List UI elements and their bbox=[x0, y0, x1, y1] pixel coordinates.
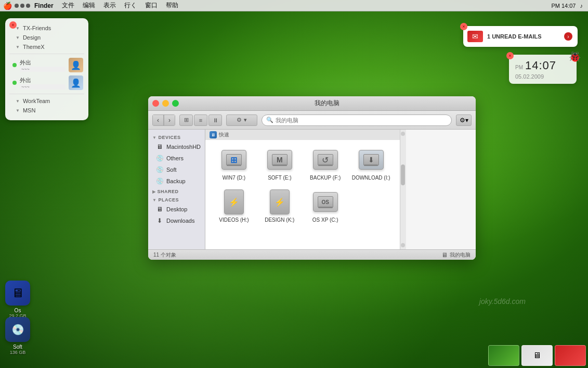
downloads-icon bbox=[155, 217, 164, 225]
email-unread-text: 1 UNREAD E-MAILS bbox=[487, 33, 560, 40]
scroll-up-arrow bbox=[401, 132, 405, 136]
dock-label-os: Os bbox=[15, 308, 21, 313]
taskbar-finder-icon: 🖥 bbox=[533, 351, 541, 360]
disk-icon bbox=[155, 154, 164, 162]
drive-win7-icon: ⊞ bbox=[221, 150, 246, 170]
desktop-icon bbox=[155, 205, 164, 213]
search-bar[interactable]: 🔍 bbox=[262, 115, 452, 126]
window-maximize-button[interactable] bbox=[172, 100, 179, 107]
contacts-group-txfriends[interactable]: ▼ TX-Friends bbox=[5, 23, 88, 33]
contacts-group-msn[interactable]: ▼ MSN bbox=[5, 106, 88, 115]
gear-button[interactable]: ⚙▾ bbox=[456, 115, 472, 126]
taskbar-thumb-2[interactable]: 🖥 bbox=[521, 345, 553, 366]
forward-button[interactable]: › bbox=[164, 115, 175, 126]
group-label: ThemeX bbox=[23, 44, 45, 50]
finder-toolbar: ‹ › ⊞ ≡ ⏸ ⚙ ▾ 🔍 ⚙▾ bbox=[148, 111, 476, 130]
file-icon-win7: ⊞ bbox=[220, 146, 247, 173]
dock-icon-soft[interactable]: 💿 Soft 136 GB bbox=[5, 317, 30, 355]
finder-scrollbar[interactable] bbox=[400, 130, 406, 249]
menubar: 🍎 Finder 文件 编辑 表示 行く 窗口 帮助 PM 14:07 ♪ bbox=[0, 0, 588, 11]
clock-time: 14:07 bbox=[525, 59, 556, 72]
user-name: 外出 bbox=[20, 59, 66, 67]
drive-backup-icon: ↺ bbox=[313, 150, 338, 170]
taskbar-thumb-1[interactable] bbox=[488, 345, 519, 366]
contact-user-2[interactable]: 外出 ~~~ 👤 bbox=[5, 74, 88, 92]
file-item-win7[interactable]: ⊞ WIN7 (D:) bbox=[213, 144, 255, 183]
drive-inner: ⊞ bbox=[226, 154, 242, 166]
contact-user-1[interactable]: 外出 ~~~ 👤 bbox=[5, 56, 88, 74]
back-button[interactable]: ‹ bbox=[152, 115, 164, 126]
contacts-group-design[interactable]: ▼ Design bbox=[5, 33, 88, 42]
group-label: WorkTeam bbox=[23, 98, 50, 104]
clock-time-row: PM 14:07 bbox=[515, 59, 570, 72]
email-widget: × ✉ 1 UNREAD E-MAILS › bbox=[463, 26, 578, 47]
scroll-thumb[interactable] bbox=[401, 164, 405, 185]
group-label: Design bbox=[23, 34, 41, 41]
file-item-videos[interactable]: ⚡ VIDEOS (H:) bbox=[213, 186, 255, 225]
apple-menu[interactable]: 🍎 bbox=[0, 0, 15, 11]
menu-file[interactable]: 文件 bbox=[58, 0, 79, 11]
chevron-icon: ▼ bbox=[16, 35, 20, 40]
devices-label: DEVICES bbox=[158, 135, 180, 140]
taskbar-thumb-3[interactable] bbox=[555, 345, 586, 366]
file-icon-soft: M bbox=[266, 146, 293, 173]
sidebar-item-desktop[interactable]: Desktop bbox=[148, 204, 205, 215]
clock-close-button[interactable]: × bbox=[506, 52, 514, 59]
path-icon: 🖥 快速 bbox=[210, 131, 229, 138]
sidebar-label-desktop: Desktop bbox=[166, 206, 187, 212]
finder-body: ▼ DEVICES MacintoshHD Others Soft bbox=[148, 130, 476, 249]
sidebar-item-others[interactable]: Others bbox=[148, 153, 205, 164]
email-arrow-button[interactable]: › bbox=[564, 32, 572, 41]
clock-ampm: PM bbox=[515, 65, 523, 70]
sidebar-item-backup[interactable]: Backup bbox=[148, 175, 205, 187]
dot2 bbox=[20, 4, 24, 8]
file-item-soft[interactable]: M SOFT (E:) bbox=[258, 144, 301, 183]
file-icon-osxp: OS bbox=[312, 188, 339, 215]
path-bar: 🖥 快速 bbox=[205, 130, 400, 140]
menu-go[interactable]: 行く bbox=[120, 0, 141, 11]
email-close-button[interactable]: × bbox=[460, 23, 467, 30]
menu-edit[interactable]: 编辑 bbox=[79, 0, 99, 11]
dock-label-soft: Soft bbox=[13, 344, 22, 350]
apple-icon: 🍎 bbox=[3, 2, 12, 10]
dock-icon-os[interactable]: 🖥 Os 29.2 GB bbox=[5, 281, 30, 319]
sidebar-item-macintoshhd[interactable]: MacintoshHD bbox=[148, 141, 205, 153]
window-close-button[interactable] bbox=[152, 100, 159, 107]
os-icon: 🖥 bbox=[5, 281, 30, 306]
user-status-text: ~~~ bbox=[20, 67, 66, 72]
menu-window[interactable]: 窗口 bbox=[141, 0, 162, 11]
path-folder-icon: 🖥 bbox=[210, 131, 217, 138]
sidebar-item-downloads[interactable]: Downloads bbox=[148, 215, 205, 226]
file-name-soft: SOFT (E:) bbox=[268, 175, 291, 181]
sidebar-item-soft[interactable]: Soft bbox=[148, 164, 205, 175]
divider bbox=[9, 94, 84, 94]
icon-view-button[interactable]: ⊞ bbox=[179, 115, 193, 126]
file-name-backup: BACKUP (F:) bbox=[310, 175, 341, 181]
contacts-group-themex[interactable]: ▼ ThemeX bbox=[5, 42, 88, 52]
file-item-backup[interactable]: ↺ BACKUP (F:) bbox=[304, 144, 347, 183]
menubar-right: PM 14:07 ♪ bbox=[551, 3, 588, 9]
action-dropdown[interactable]: ⚙ ▾ bbox=[226, 115, 257, 126]
search-input[interactable] bbox=[276, 117, 447, 123]
finder-statusbar: 11 个对象 🖥 我的电脑 bbox=[148, 249, 476, 260]
sidebar-shared-header: ▶ SHARED bbox=[148, 187, 205, 195]
file-item-download[interactable]: ⬇ DOWNLOAD (I:) bbox=[350, 144, 393, 183]
contacts-close-button[interactable]: × bbox=[9, 21, 17, 29]
file-item-osxp[interactable]: OS OS XP (C:) bbox=[304, 186, 347, 225]
window-minimize-button[interactable] bbox=[162, 100, 169, 107]
menu-view[interactable]: 表示 bbox=[99, 0, 120, 11]
list-view-button[interactable]: ≡ bbox=[194, 115, 207, 126]
user-status-indicator bbox=[12, 63, 17, 67]
drive-inner: OS bbox=[318, 196, 333, 208]
menu-help[interactable]: 帮助 bbox=[162, 0, 182, 11]
sidebar-label-macintoshhd: MacintoshHD bbox=[166, 144, 201, 150]
dot3 bbox=[26, 4, 30, 8]
user-name: 外出 bbox=[20, 77, 66, 84]
file-name-download: DOWNLOAD (I:) bbox=[352, 175, 390, 181]
file-item-design[interactable]: ⚡ DESIGN (K:) bbox=[258, 186, 301, 225]
menubar-time: PM 14:07 bbox=[551, 3, 576, 9]
usb-drive-icon: ⚡ bbox=[224, 189, 244, 214]
pause-button[interactable]: ⏸ bbox=[208, 115, 222, 126]
contacts-group-workteam[interactable]: ▼ WorkTeam bbox=[5, 96, 88, 106]
menu-finder[interactable]: Finder bbox=[30, 0, 58, 11]
